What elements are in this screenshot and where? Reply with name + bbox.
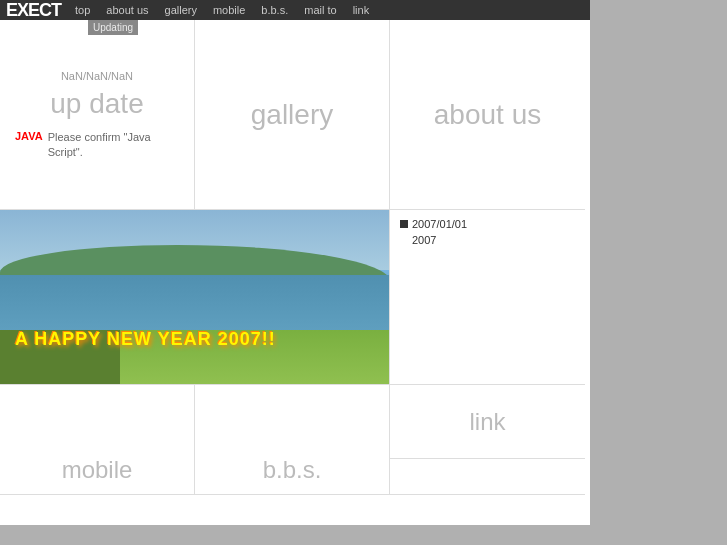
mobile-label: mobile — [62, 456, 133, 484]
cell-link-area: link — [390, 385, 585, 495]
nav-link[interactable]: link — [345, 4, 378, 16]
nav-top[interactable]: top — [67, 4, 98, 16]
row-2: A HAPPY NEW YEAR 2007!! 2007/01/01 2007 — [0, 210, 590, 385]
nan-date: NaN/NaN/NaN — [61, 70, 133, 82]
cell-update: NaN/NaN/NaN up date JAVA Please confirm … — [0, 20, 195, 210]
cell-link-bottom — [390, 459, 585, 494]
news-date-header: 2007/01/01 — [400, 218, 575, 230]
gallery-label: gallery — [251, 99, 333, 131]
cell-image[interactable]: A HAPPY NEW YEAR 2007!! — [0, 210, 390, 385]
nav-gallery[interactable]: gallery — [157, 4, 205, 16]
cell-link-top[interactable]: link — [390, 385, 585, 459]
news-date: 2007/01/01 — [412, 218, 467, 230]
bbs-label: b.b.s. — [263, 456, 322, 484]
nav-mailto[interactable]: mail to — [296, 4, 344, 16]
about-label: about us — [434, 99, 541, 131]
updating-badge: Updating — [88, 20, 138, 35]
site-logo: EXECT — [0, 0, 67, 21]
cell-bbs[interactable]: b.b.s. — [195, 385, 390, 495]
nav-about[interactable]: about us — [98, 4, 156, 16]
main-nav: top about us gallery mobile b.b.s. mail … — [67, 4, 590, 16]
java-label: JAVA — [15, 130, 43, 142]
java-text: Please confirm "Java Script". — [48, 130, 179, 159]
new-year-image: A HAPPY NEW YEAR 2007!! — [0, 210, 390, 385]
water-decoration — [0, 275, 390, 335]
cell-gallery[interactable]: gallery — [195, 20, 390, 210]
news-bullet — [400, 220, 408, 228]
row-3: mobile b.b.s. link — [0, 385, 590, 495]
cell-about[interactable]: about us — [390, 20, 585, 210]
right-sidebar — [590, 0, 727, 545]
update-title: up date — [50, 88, 143, 120]
cell-news: 2007/01/01 2007 — [390, 210, 585, 385]
news-year: 2007 — [400, 234, 575, 246]
java-warning: JAVA Please confirm "Java Script". — [15, 130, 179, 159]
new-year-text: A HAPPY NEW YEAR 2007!! — [15, 329, 276, 350]
nav-bbs[interactable]: b.b.s. — [253, 4, 296, 16]
nav-mobile[interactable]: mobile — [205, 4, 253, 16]
link-label: link — [469, 408, 505, 436]
row-1: NaN/NaN/NaN up date JAVA Please confirm … — [0, 20, 590, 210]
cell-mobile[interactable]: mobile — [0, 385, 195, 495]
